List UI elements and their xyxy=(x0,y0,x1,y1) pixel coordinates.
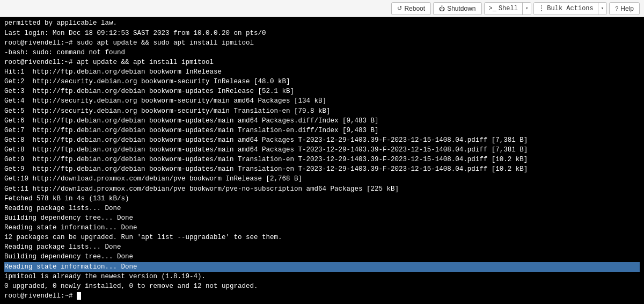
bulk-dropdown-arrow[interactable]: ▾ xyxy=(598,3,606,15)
terminal-line: -bash: sudo: command not found xyxy=(4,48,640,57)
terminal-line: Get:5 http://security.debian.org bookwor… xyxy=(4,106,640,116)
bulk-actions-dropdown[interactable]: ⋮ Bulk Actions ▾ xyxy=(533,2,607,15)
terminal-line: root@rivendell:~# sudo apt update && sud… xyxy=(4,38,640,48)
reboot-button[interactable]: ↺ Reboot xyxy=(391,2,431,15)
terminal-line: Reading state information... Done xyxy=(4,262,640,272)
shell-button[interactable]: >_ Shell xyxy=(485,3,522,15)
terminal-line: Get:10 http://download.proxmox.com/debia… xyxy=(4,174,640,184)
shell-icon: >_ xyxy=(489,5,496,12)
terminal-line: Building dependency tree... Done xyxy=(4,252,640,262)
help-icon: ? xyxy=(615,5,618,12)
terminal-line: Get:8 http://ftp.debian.org/debian bookw… xyxy=(4,135,640,145)
terminal-line: Reading state information... Done xyxy=(4,223,640,233)
terminal-line: Get:9 http://ftp.debian.org/debian bookw… xyxy=(4,155,640,164)
bulk-icon: ⋮ xyxy=(538,4,545,12)
terminal-line: Get:7 http://ftp.debian.org/debian bookw… xyxy=(4,126,640,135)
terminal-line: 12 packages can be upgraded. Run 'apt li… xyxy=(4,233,640,242)
highlighted-line: Reading state information... Done xyxy=(4,262,640,272)
shutdown-button[interactable]: ⏻ Shutdown xyxy=(433,2,481,15)
shell-label: Shell xyxy=(499,5,518,12)
reboot-icon: ↺ xyxy=(397,5,402,12)
terminal[interactable]: the exact distribution terms for each pr… xyxy=(0,17,644,304)
terminal-line: 0 upgraded, 0 newly installed, 0 to remo… xyxy=(4,281,640,291)
terminal-line: Get:2 http://security.debian.org bookwor… xyxy=(4,77,640,86)
terminal-cursor xyxy=(77,292,81,300)
help-label: Help xyxy=(620,5,634,12)
terminal-line: Reading package lists... Done xyxy=(4,242,640,252)
terminal-line: Get:11 http://download.proxmox.com/debia… xyxy=(4,184,640,194)
terminal-line: Get:4 http://security.debian.org bookwor… xyxy=(4,96,640,106)
shutdown-label: Shutdown xyxy=(447,5,475,12)
terminal-line: Get:9 http://ftp.debian.org/debian bookw… xyxy=(4,164,640,174)
terminal-line: Get:6 http://ftp.debian.org/debian bookw… xyxy=(4,116,640,126)
bulk-actions-button[interactable]: ⋮ Bulk Actions xyxy=(534,3,597,15)
terminal-line: ipmitool is already the newest version (… xyxy=(4,272,640,281)
terminal-line: Reading package lists... Done xyxy=(4,204,640,213)
shutdown-icon: ⏻ xyxy=(439,5,445,12)
terminal-line: Building dependency tree... Done xyxy=(4,213,640,223)
terminal-line: permitted by applicable law. xyxy=(4,18,640,28)
bulk-actions-label: Bulk Actions xyxy=(547,5,593,12)
reboot-label: Reboot xyxy=(404,5,425,12)
shell-dropdown[interactable]: >_ Shell ▾ xyxy=(484,2,532,15)
terminal-line: Get:3 http://ftp.debian.org/debian bookw… xyxy=(4,86,640,96)
terminal-line: Hit:1 http://ftp.debian.org/debian bookw… xyxy=(4,67,640,77)
terminal-line: Get:8 http://ftp.debian.org/debian bookw… xyxy=(4,145,640,155)
terminal-line: Last login: Mon Dec 18 09:12:53 SAST 202… xyxy=(4,28,640,38)
toolbar: ↺ Reboot ⏻ Shutdown >_ Shell ▾ ⋮ Bulk Ac… xyxy=(0,0,644,17)
terminal-line: Fetched 578 kB in 4s (131 kB/s) xyxy=(4,194,640,204)
help-button[interactable]: ? Help xyxy=(609,2,640,15)
shell-dropdown-arrow[interactable]: ▾ xyxy=(522,3,531,15)
terminal-line: root@rivendell:~# xyxy=(4,291,640,301)
terminal-line: root@rivendell:~# apt update && apt inst… xyxy=(4,57,640,67)
